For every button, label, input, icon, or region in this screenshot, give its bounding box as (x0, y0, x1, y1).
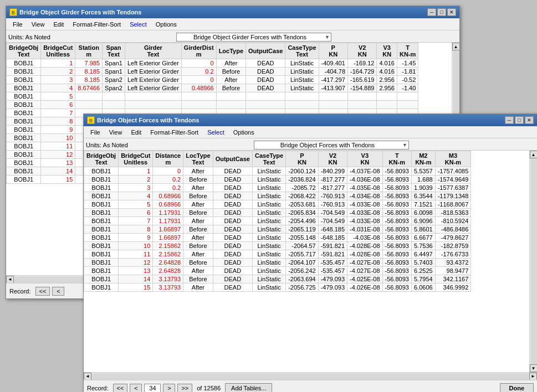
main-menu-bar: File View Edit Format-Filter-Sort Select… (6, 18, 459, 30)
inner-menu-file[interactable]: File (86, 128, 105, 137)
inner-scroll-down-button[interactable]: ▼ (530, 364, 538, 372)
table-row: BOBJ150.68966AfterDEADLinStatic-2053.681… (84, 200, 471, 209)
main-window-icon: B (9, 8, 17, 16)
menu-format[interactable]: Format-Filter-Sort (68, 20, 125, 29)
inner-scroll-right-button[interactable]: ► (529, 373, 537, 380)
table-row: BOBJ161.17931BeforeDEADLinStatic-2065.83… (84, 209, 471, 217)
inner-col-v2: V2KN (318, 151, 347, 167)
table-row: BOBJ138.185Span2Left Exterior Girder0Aft… (7, 76, 418, 84)
inner-total-records: of 12586 (197, 385, 221, 391)
inner-table-header: BridgeObjText BridgeCutUnitless Distance… (84, 151, 471, 167)
close-button[interactable]: ✕ (447, 8, 456, 16)
table-row: BOBJ117.985Span1Left Exterior Girder0Aft… (7, 59, 418, 68)
main-record-label: Record: (9, 288, 31, 295)
inner-menu-view[interactable]: View (105, 128, 127, 137)
inner-col-casetype: CaseTypeText (252, 151, 285, 167)
inner-last-button[interactable]: >> (177, 384, 192, 393)
table-row: BOBJ1153.13793AfterDEADLinStatic-2056.72… (84, 283, 471, 292)
inner-scroll-left-button[interactable]: ◄ (84, 373, 91, 380)
scroll-left-button[interactable]: ◄ (6, 276, 14, 283)
col-bridgeobj: BridgeObjText (7, 43, 41, 59)
inner-units-label: Units: As Noted (86, 142, 128, 148)
inner-table-container[interactable]: BridgeObjText BridgeCutUnitless Distance… (84, 151, 529, 372)
inner-menu-format[interactable]: Format-Filter-Sort (146, 128, 203, 137)
table-row: BOBJ1102.15862BeforeDEADLinStatic-2064.5… (84, 242, 471, 250)
inner-title-dropdown[interactable]: Bridge Object Forces with Tendons ▼ (254, 141, 409, 149)
col-span: SpanText (103, 43, 125, 59)
inner-col-m3: M3KN-m (435, 151, 471, 167)
table-row: BOBJ120.2BeforeDEADLinStatic-2036.824-81… (84, 176, 471, 184)
inner-title-bar: B Bridge Object Forces with Tendons ─ □ … (84, 114, 537, 126)
table-row: BOBJ15 (7, 92, 418, 101)
inner-col-t: TKN-m (382, 151, 411, 167)
table-row: BOBJ171.17931AfterDEADLinStatic-2054.496… (84, 217, 471, 225)
col-v3: V3KN (377, 43, 397, 59)
col-t: TKN-m (397, 43, 418, 59)
inner-col-p: PKN (286, 151, 319, 167)
inner-content: BridgeObjText BridgeCutUnitless Distance… (84, 151, 537, 380)
main-units-label: Units: As Noted (8, 34, 50, 40)
col-girderdist: GirderDistm (181, 43, 216, 59)
inner-col-bridgecut: BridgeCutUnitless (119, 151, 153, 167)
inner-menu-edit[interactable]: Edit (126, 128, 146, 137)
table-row: BOBJ181.66897BeforeDEADLinStatic-2065.11… (84, 225, 471, 234)
main-table-header: BridgeObjText BridgeCutUnitless Stationm… (7, 43, 418, 59)
table-row: BOBJ128.185Span1Left Exterior Girder0.2B… (7, 68, 418, 76)
table-row: BOBJ1112.15862AfterDEADLinStatic-2055.71… (84, 250, 471, 259)
col-p: PKN (319, 43, 347, 59)
inner-col-distance: Distancem (153, 151, 183, 167)
inner-minimize-button[interactable]: ─ (505, 116, 514, 124)
table-row: BOBJ110AfterDEADLinStatic-2060.124-840.2… (84, 167, 471, 176)
inner-close-button[interactable]: ✕ (525, 116, 534, 124)
inner-table: BridgeObjText BridgeCutUnitless Distance… (84, 151, 471, 292)
inner-window: B Bridge Object Forces with Tendons ─ □ … (83, 114, 537, 392)
table-row: BOBJ140.68966BeforeDEADLinStatic-2068.42… (84, 192, 471, 200)
inner-menu-select[interactable]: Select (203, 128, 229, 137)
add-tables-button[interactable]: Add Tables... (225, 383, 272, 393)
menu-options[interactable]: Options (151, 20, 181, 29)
table-row: BOBJ1143.13793BeforeDEADLinStatic-2063.6… (84, 275, 471, 283)
inner-scroll-track[interactable] (530, 158, 537, 364)
col-station: Stationm (75, 43, 103, 59)
inner-window-title: Bridge Object Forces with Tendons (97, 117, 505, 123)
inner-current-record[interactable]: 34 (144, 384, 161, 393)
inner-h-scroll-track[interactable] (91, 373, 529, 380)
inner-window-controls: ─ □ ✕ (505, 116, 534, 124)
inner-scroll-up-button[interactable]: ▲ (530, 151, 538, 158)
maximize-button[interactable]: □ (437, 8, 446, 16)
main-title-dropdown[interactable]: Bridge Object Girder Forces with Tendons… (176, 33, 331, 42)
inner-col-v3: V3KN (347, 151, 382, 167)
done-button[interactable]: Done (500, 383, 534, 393)
main-first-button[interactable]: << (35, 287, 50, 296)
inner-menu-bar: File View Edit Format-Filter-Sort Select… (84, 126, 537, 138)
inner-menu-options[interactable]: Options (229, 128, 259, 137)
table-row: BOBJ1132.64828AfterDEADLinStatic-2056.24… (84, 267, 471, 275)
inner-scrollbar[interactable]: ▲ ▼ (529, 151, 537, 372)
minimize-button[interactable]: ─ (427, 8, 436, 16)
inner-col-m2: M2KN-m (411, 151, 435, 167)
inner-table-body: BOBJ110AfterDEADLinStatic-2060.124-840.2… (84, 167, 471, 292)
col-girder: GirderText (125, 43, 181, 59)
inner-maximize-button[interactable]: □ (515, 116, 524, 124)
col-outputcase: OutputCase (246, 43, 285, 59)
inner-record-bar: Record: << < 34 > >> of 12586 Add Tables… (84, 380, 537, 392)
inner-window-icon: B (87, 116, 95, 124)
inner-col-outputcase: OutputCase (213, 151, 252, 167)
inner-dropdown-arrow-icon: ▼ (402, 142, 407, 148)
menu-file[interactable]: File (8, 20, 27, 29)
main-window-title: Bridge Object Girder Forces with Tendons (19, 9, 427, 16)
col-loctype: LocType (216, 43, 246, 59)
inner-first-button[interactable]: << (113, 384, 128, 393)
menu-select[interactable]: Select (125, 20, 151, 29)
col-casetype: CaseTypeText (285, 43, 319, 59)
table-row: BOBJ16 (7, 101, 418, 109)
main-prev-button[interactable]: < (52, 287, 64, 296)
dropdown-arrow-icon: ▼ (325, 34, 330, 40)
main-window-controls: ─ □ ✕ (427, 8, 456, 16)
scroll-up-button[interactable]: ▲ (452, 43, 460, 50)
inner-record-label: Record: (87, 385, 109, 391)
menu-view[interactable]: View (27, 20, 49, 29)
inner-next-button[interactable]: > (163, 384, 175, 393)
inner-prev-button[interactable]: < (130, 384, 142, 393)
menu-edit[interactable]: Edit (49, 20, 68, 29)
